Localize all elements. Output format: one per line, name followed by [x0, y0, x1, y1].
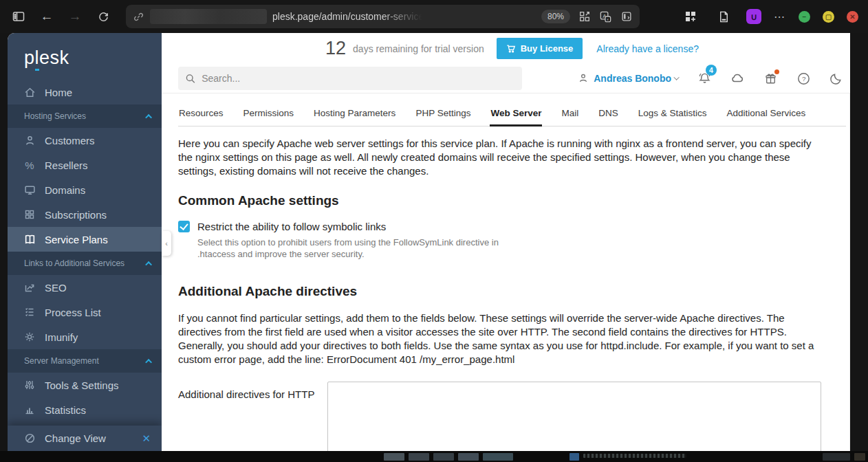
chevron-down-icon [673, 74, 679, 80]
cart-icon [506, 44, 516, 54]
reload-icon[interactable] [93, 6, 113, 27]
svg-text:?: ? [801, 75, 805, 82]
search-box[interactable] [178, 67, 522, 90]
redacted-url-segment [150, 9, 267, 24]
gear-icon [23, 331, 36, 342]
restrict-symlinks-label: Restrict the ability to follow symbolic … [197, 221, 386, 232]
sidebar-item-label: Domains [45, 184, 85, 196]
taskbar-thumbnail [433, 453, 454, 461]
translate-icon[interactable]: A x [599, 10, 612, 23]
content-scrollbar[interactable] [849, 94, 850, 451]
notifications-bell-icon[interactable]: 4 [696, 70, 713, 87]
dark-mode-moon-icon[interactable] [828, 70, 845, 87]
url-text: plesk.page/admin/customer-service [272, 11, 424, 22]
link-icon [133, 11, 144, 23]
sidebar-item-imunify[interactable]: Imunify [8, 324, 162, 349]
sidebar-item-label: Home [45, 87, 72, 98]
taskbar-thumbnail [458, 453, 479, 461]
sidebar-item-label: Service Plans [45, 234, 108, 245]
sidebar-item-customers[interactable]: Customers [8, 128, 162, 153]
http-directives-textarea[interactable] [327, 382, 821, 451]
header-actions: Andreas Bonobo 4 [577, 70, 845, 87]
taskbar-thumbnail [384, 453, 404, 461]
sidebar-item-home[interactable]: Home [8, 80, 162, 104]
tab-mail[interactable]: Mail [561, 102, 579, 126]
tab-logs-statistics[interactable]: Logs & Statistics [638, 102, 708, 126]
tab-hosting-parameters[interactable]: Hosting Parameters [313, 102, 396, 126]
whats-new-gift-icon[interactable] [762, 70, 779, 87]
forward-icon[interactable]: → [65, 6, 85, 27]
sidebar-collapse-handle[interactable]: ‹ [162, 231, 171, 256]
notification-badge: 4 [706, 65, 717, 76]
address-bar[interactable]: plesk.page/admin/customer-service 80% A … [126, 5, 640, 28]
sidebar-item-subscriptions[interactable]: Subscriptions [8, 202, 162, 227]
chevron-up-icon [145, 113, 152, 120]
browser-toolbar: ← → plesk.page/admin/customer-service 80… [0, 0, 868, 33]
user-icon [577, 72, 589, 85]
tab-additional-services[interactable]: Additional Services [726, 102, 807, 126]
section-title-additional-directives: Additional Apache directives [178, 284, 821, 299]
sidebar-section-hosting-services[interactable]: Hosting Services [8, 104, 162, 128]
search-input[interactable] [202, 73, 515, 84]
tab-php-settings[interactable]: PHP Settings [415, 102, 471, 126]
sidebar-item-service-plans[interactable]: Service Plans [8, 227, 162, 252]
purple-extension-icon[interactable]: ∪ [746, 9, 761, 24]
sidebar-toggle-icon[interactable] [8, 6, 29, 27]
sidebar-section-server-management[interactable]: Server Management [8, 349, 162, 373]
more-menu-icon[interactable]: ⋯ [774, 10, 786, 23]
taskbar-thumbnail [409, 453, 429, 461]
plesk-logo[interactable]: plesk [8, 33, 162, 80]
percent-icon: % [23, 160, 36, 171]
help-icon[interactable]: ? [795, 70, 812, 87]
zoom-badge[interactable]: 80% [541, 10, 570, 23]
sidebar-item-label: Process List [45, 307, 101, 318]
grid-icon [23, 209, 36, 220]
buy-license-button[interactable]: Buy License [497, 38, 583, 59]
search-icon [185, 73, 196, 85]
sidebar-item-seo[interactable]: SEO [8, 275, 162, 300]
tab-dns[interactable]: DNS [598, 102, 619, 126]
apps-plus-icon[interactable] [680, 6, 701, 27]
user-menu[interactable]: Andreas Bonobo [577, 72, 680, 85]
reader-view-icon[interactable] [620, 10, 633, 23]
trial-days-count: 12 [325, 38, 346, 59]
back-icon[interactable]: ← [36, 6, 57, 27]
sidebar-item-label: Tools & Settings [45, 380, 119, 391]
home-icon [23, 87, 36, 98]
taskbar-icon [569, 453, 579, 461]
already-have-license-link[interactable]: Already have a license? [596, 43, 699, 54]
restrict-symlinks-checkbox[interactable] [178, 221, 190, 232]
taskbar-thumbnail [483, 453, 513, 461]
buy-license-label: Buy License [521, 43, 574, 54]
bar-chart-icon [23, 404, 36, 415]
sidebar-item-label: Change View [45, 432, 106, 444]
window-close-button[interactable]: ✕ [847, 11, 858, 23]
document-icon[interactable] [713, 6, 734, 27]
extensions-grid-icon[interactable] [578, 10, 591, 23]
user-name: Andreas Bonobo [594, 73, 671, 84]
sidebar-item-statistics[interactable]: Statistics [8, 397, 162, 422]
sidebar-item-domains[interactable]: Domains [8, 177, 162, 202]
sidebar-item-label: Customers [45, 135, 95, 146]
sidebar-item-resellers[interactable]: % Resellers [8, 153, 162, 177]
tabs: Resources Permissions Hosting Parameters… [178, 102, 846, 126]
sidebar-item-tools-settings[interactable]: Tools & Settings [8, 373, 162, 397]
sidebar-item-process-list[interactable]: Process List [8, 300, 162, 324]
directives-description: If you cannot find particular settings, … [178, 311, 821, 366]
sidebar-item-label: Imunify [45, 331, 78, 343]
close-icon[interactable]: ✕ [142, 432, 151, 445]
monitor-icon [23, 184, 36, 196]
cloud-icon[interactable] [729, 70, 746, 87]
seo-chart-icon [23, 282, 36, 293]
window-minimize-button[interactable]: − [799, 11, 810, 23]
sidebar-section-links-additional[interactable]: Links to Additional Services [8, 252, 162, 275]
sidebar-item-change-view[interactable]: Change View ✕ [8, 426, 162, 451]
sidebar-section-label: Server Management [24, 356, 99, 366]
http-directives-row: Additional directives for HTTP [178, 382, 821, 451]
chevron-up-icon [145, 261, 152, 267]
tab-web-server[interactable]: Web Server [490, 102, 542, 126]
tab-resources[interactable]: Resources [178, 102, 224, 126]
window-maximize-button[interactable]: ▢ [823, 11, 834, 23]
trial-text: days remaining for trial version [353, 43, 484, 54]
tab-permissions[interactable]: Permissions [243, 102, 295, 126]
